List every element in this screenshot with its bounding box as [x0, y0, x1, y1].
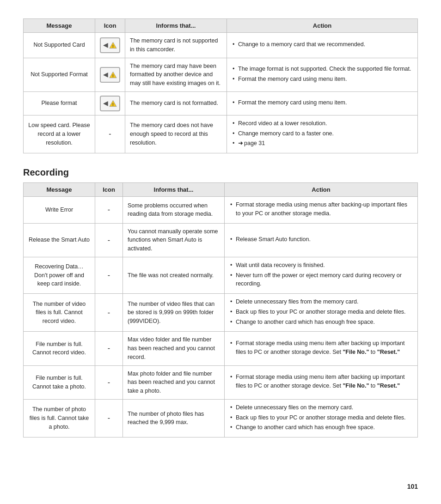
- action-list: Format storage media using menus after b…: [229, 200, 413, 218]
- header-informs: Informs that...: [125, 19, 227, 33]
- message-cell: Not Supported Card: [24, 33, 95, 58]
- action-list: The image format is not supported. Check…: [232, 65, 413, 84]
- warning-card-icon: ◀ !: [100, 37, 120, 53]
- action-cell: Format storage media using menu item aft…: [225, 332, 418, 365]
- icon-cell: -: [95, 332, 123, 365]
- list-item: Format storage media using menu item aft…: [229, 339, 413, 357]
- icon-cell: -: [95, 365, 123, 399]
- action-list: Format storage media using menu item aft…: [229, 339, 413, 357]
- list-item: Change to another card which has enough …: [229, 318, 413, 327]
- message-cell: The number of photo files is full. Canno…: [24, 399, 95, 437]
- action-cell: Wait until data recovery is finished. Ne…: [225, 257, 418, 293]
- svg-text:!: !: [112, 43, 114, 48]
- warning-card-icon: ◀ !: [100, 67, 120, 83]
- message-cell: Not Supported Format: [24, 58, 95, 91]
- informs-cell: The number of video files that can be st…: [123, 294, 225, 332]
- table-row: Not Supported Card ◀ ! The memory card i…: [24, 33, 418, 58]
- header-icon: Icon: [95, 183, 123, 197]
- list-item: Change to another card which has enough …: [229, 423, 413, 432]
- list-item: Format storage media using menu item aft…: [229, 373, 413, 390]
- informs-cell: The memory card may have been formatted …: [125, 58, 227, 91]
- list-item: Change memory card to a faster one.: [232, 129, 413, 138]
- list-item: Delete unnecessary files on the memory c…: [229, 403, 413, 412]
- list-item: Never turn off the power or eject memory…: [229, 271, 413, 289]
- message-cell: The number of video files is full. Canno…: [24, 294, 95, 332]
- recording-table: Message Icon Informs that... Action Writ…: [23, 182, 418, 437]
- message-cell: Release the Smart Auto: [24, 223, 95, 257]
- informs-cell: The memory card is not formatted.: [125, 91, 227, 115]
- action-cell: Format storage media using menus after b…: [225, 197, 418, 224]
- informs-cell: Max video folder and file number has bee…: [123, 332, 225, 365]
- informs-cell: The file was not created normally.: [123, 257, 225, 293]
- list-item: Back up files to your PC or another stor…: [229, 413, 413, 422]
- recording-section-title: Recording: [23, 167, 418, 178]
- arrow-icon: ◀: [103, 98, 108, 108]
- message-cell: Write Error: [24, 197, 95, 224]
- table-row: Low speed card. Please record at a lower…: [24, 115, 418, 153]
- icon-cell: -: [95, 223, 123, 257]
- action-cell: Format storage media using menu item aft…: [225, 365, 418, 399]
- informs-cell: The memory card does not have enough spe…: [125, 115, 227, 153]
- list-item: Format the memory card using menu item.: [232, 75, 413, 84]
- icon-cell: ◀ !: [95, 33, 125, 58]
- action-list: Delete unnecessary files on the memory c…: [229, 403, 413, 432]
- svg-text:!: !: [112, 102, 114, 106]
- message-cell: File number is full. Cannot record video…: [24, 332, 95, 365]
- memory-card-table: Message Icon Informs that... Action Not …: [23, 18, 418, 153]
- warning-triangle-icon: !: [109, 71, 117, 79]
- action-list: Wait until data recovery is finished. Ne…: [229, 261, 413, 288]
- icon-cell: ◀ !: [95, 91, 125, 115]
- action-list: Format storage media using menu item aft…: [229, 373, 413, 390]
- informs-cell: The number of photo files has reached th…: [123, 399, 225, 437]
- arrow-icon: ◀: [103, 40, 108, 50]
- list-item: Delete unnecessary files from the memory…: [229, 298, 413, 306]
- message-cell: Please format: [24, 91, 95, 115]
- icon-cell: -: [95, 294, 123, 332]
- table-row: Please format ◀ ! The memory card is not…: [24, 91, 418, 115]
- header-message: Message: [24, 183, 95, 197]
- icon-cell: -: [95, 257, 123, 293]
- message-cell: Recovering Data… Don't power off and kee…: [24, 257, 95, 293]
- warning-card-icon: ◀ !: [100, 96, 120, 111]
- table-row: Recovering Data… Don't power off and kee…: [24, 257, 418, 293]
- action-cell: The image format is not supported. Check…: [227, 58, 418, 91]
- table-row: The number of photo files is full. Canno…: [24, 399, 418, 437]
- action-list: Release Smart Auto function.: [229, 235, 413, 244]
- table-row: Write Error - Some problems occurred whe…: [24, 197, 418, 224]
- list-item: Record video at a lower resolution.: [232, 119, 413, 128]
- page-arrow: [238, 140, 244, 146]
- header-action: Action: [225, 183, 418, 197]
- list-item: Format storage media using menus after b…: [229, 200, 413, 218]
- header-icon: Icon: [95, 19, 125, 33]
- action-cell: Change to a memory card that we recommen…: [227, 33, 418, 58]
- table-row: The number of video files is full. Canno…: [24, 294, 418, 332]
- action-list: Change to a memory card that we recommen…: [232, 40, 413, 49]
- action-list: Delete unnecessary files from the memory…: [229, 298, 413, 326]
- warning-triangle-icon: !: [109, 42, 117, 49]
- list-item: Back up files to your PC or another stor…: [229, 308, 413, 316]
- list-item: Release Smart Auto function.: [229, 235, 413, 244]
- warning-triangle-icon: !: [109, 100, 117, 107]
- action-cell: Record video at a lower resolution. Chan…: [227, 115, 418, 153]
- list-item: Wait until data recovery is finished.: [229, 261, 413, 270]
- table-row: Not Supported Format ◀ ! The memory card…: [24, 58, 418, 91]
- table-row: File number is full. Cannot record video…: [24, 332, 418, 365]
- table-row: File number is full. Cannot take a photo…: [24, 365, 418, 399]
- list-item: The image format is not supported. Check…: [232, 65, 413, 73]
- action-list: Format the memory card using menu item.: [232, 98, 413, 107]
- informs-cell: You cannot manually operate some functio…: [123, 223, 225, 257]
- informs-cell: Some problems occurred when reading data…: [123, 197, 225, 224]
- message-cell: Low speed card. Please record at a lower…: [24, 115, 95, 153]
- header-action: Action: [227, 19, 418, 33]
- table-row: Release the Smart Auto - You cannot manu…: [24, 223, 418, 257]
- list-item: Change to a memory card that we recommen…: [232, 40, 413, 49]
- icon-cell: -: [95, 399, 123, 437]
- action-cell: Delete unnecessary files from the memory…: [225, 294, 418, 332]
- action-cell: Release Smart Auto function.: [225, 223, 418, 257]
- header-informs: Informs that...: [123, 183, 225, 197]
- icon-cell: ◀ !: [95, 58, 125, 91]
- action-cell: Format the memory card using menu item.: [227, 91, 418, 115]
- action-list: Record video at a lower resolution. Chan…: [232, 119, 413, 148]
- list-item: Format the memory card using menu item.: [232, 98, 413, 107]
- header-message: Message: [24, 19, 95, 33]
